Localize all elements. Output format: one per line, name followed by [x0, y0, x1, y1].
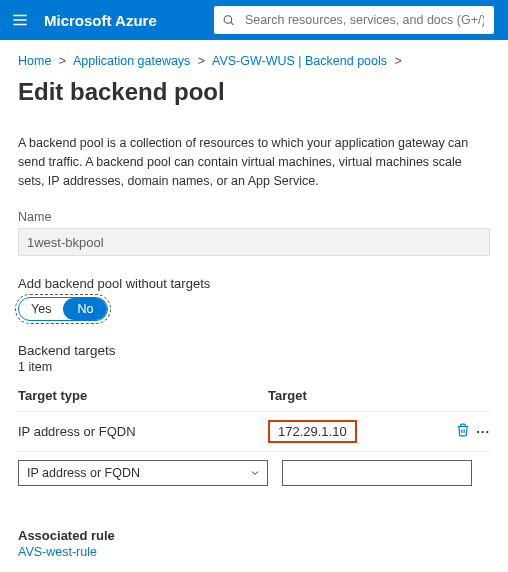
toggle-no[interactable]: No [63, 298, 107, 320]
name-field [18, 228, 490, 256]
crumb-pool[interactable]: AVS-GW-WUS | Backend pools [212, 54, 387, 68]
row-target: 172.29.1.10 [268, 420, 357, 443]
svg-line-4 [231, 22, 233, 24]
add-target-row: IP address or FQDN [18, 452, 490, 494]
targets-count: 1 item [18, 360, 490, 374]
search-input[interactable] [243, 12, 486, 28]
target-row: IP address or FQDN 172.29.1.10 ··· [18, 412, 490, 452]
rule-link[interactable]: AVS-west-rule [18, 545, 490, 559]
page-description: A backend pool is a collection of resour… [18, 134, 490, 190]
search-icon [222, 13, 235, 27]
chevron-down-icon [249, 467, 261, 479]
brand-label: Microsoft Azure [44, 12, 157, 29]
menu-icon[interactable] [8, 8, 32, 32]
select-value: IP address or FQDN [27, 466, 140, 480]
target-input[interactable] [282, 460, 472, 486]
rule-label: Associated rule [18, 528, 490, 543]
crumb-home[interactable]: Home [18, 54, 51, 68]
no-targets-toggle[interactable]: Yes No [18, 297, 108, 321]
targets-header: Target type Target [18, 384, 490, 412]
more-icon[interactable]: ··· [476, 424, 490, 439]
toggle-yes[interactable]: Yes [19, 298, 63, 320]
delete-icon[interactable] [456, 423, 470, 440]
target-type-select[interactable]: IP address or FQDN [18, 460, 268, 486]
breadcrumb: Home > Application gateways > AVS-GW-WUS… [18, 48, 490, 78]
col-type: Target type [18, 388, 268, 403]
no-targets-label: Add backend pool without targets [18, 276, 490, 291]
global-search[interactable] [214, 6, 494, 34]
svg-point-3 [224, 16, 232, 24]
crumb-gateways[interactable]: Application gateways [73, 54, 190, 68]
page-title: Edit backend pool [18, 78, 490, 106]
col-target: Target [268, 388, 446, 403]
name-label: Name [18, 210, 490, 224]
targets-title: Backend targets [18, 343, 490, 358]
row-type: IP address or FQDN [18, 424, 268, 439]
top-bar: Microsoft Azure [0, 0, 508, 40]
